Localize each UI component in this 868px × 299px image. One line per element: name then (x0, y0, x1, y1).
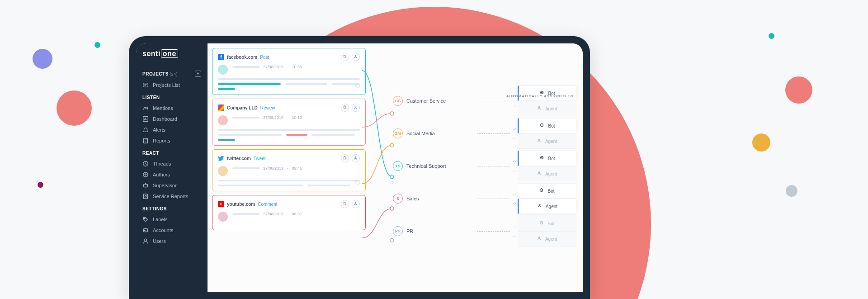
assign-agent[interactable]: Agent (518, 133, 576, 149)
nav-service-reports[interactable]: Service Reports (136, 191, 208, 202)
card-date: 27/08/2019 (263, 166, 283, 171)
source-type: Tweet (254, 156, 266, 161)
nav-threads[interactable]: Threads (136, 158, 208, 169)
nav-label: Accounts (153, 228, 173, 233)
nav-label: Service Reports (153, 194, 188, 199)
section-head-projects: PROJECTS(24)+ (136, 66, 208, 80)
svg-point-32 (539, 204, 540, 206)
svg-point-12 (144, 230, 145, 231)
department[interactable]: CS Customer Service (393, 96, 474, 106)
tag-icon[interactable] (355, 83, 361, 91)
message-preview (218, 78, 360, 90)
assign-agent[interactable]: Agent (518, 231, 576, 247)
department[interactable]: PR PR (393, 226, 474, 236)
nav-projects-list[interactable]: Projects List (136, 80, 208, 90)
dept-badge: SM (393, 128, 403, 138)
assign-bot[interactable]: Bot (518, 183, 576, 199)
department[interactable]: SM Social Media (393, 128, 474, 138)
assign-agent[interactable]: Agent (518, 199, 576, 214)
card-time: 08:37 (292, 212, 302, 216)
archive-button[interactable] (341, 53, 349, 61)
svg-point-15 (356, 85, 357, 85)
message-card-3[interactable]: youtube.com Comment 27/08/2019·08:37 (212, 195, 366, 230)
nav-label: Alerts (153, 127, 165, 133)
source-name: facebook.com (227, 55, 257, 60)
dept-badge: S (393, 194, 403, 204)
section-head-settings: SETTINGS (136, 202, 208, 214)
assign-agent[interactable]: Agent (518, 101, 576, 116)
nav-reports[interactable]: Reports (136, 135, 208, 146)
assign-bot[interactable]: Bot (518, 85, 576, 101)
nav-accounts[interactable]: Accounts (136, 225, 208, 236)
svg-point-7 (145, 184, 146, 185)
card-time: 10:59 (292, 65, 302, 69)
assign-bot[interactable]: Bot (518, 118, 576, 133)
nav-label: Supervisor (153, 183, 177, 188)
app-screen: sentione PROJECTS(24)+Projects ListLISTE… (136, 43, 583, 292)
nav-mentions[interactable]: Mentions (136, 103, 208, 114)
assign-user-button[interactable] (352, 154, 360, 162)
card-date: 27/08/2019 (263, 212, 283, 216)
svg-point-28 (538, 139, 540, 141)
archive-button[interactable] (341, 104, 349, 112)
author-avatar (218, 166, 228, 176)
message-card-0[interactable]: f facebook.com Post 27/08/2019·10:59 (212, 48, 366, 95)
route-arrows: -›-› (513, 126, 516, 141)
message-card-1[interactable]: Company LLD Review 27/08/2019·10:13 (212, 99, 366, 146)
nav-dashboard[interactable]: Dashboard (136, 114, 208, 124)
dept-name: Social Media (406, 131, 435, 136)
route-row-3: S Sales -›-› Bot Agent (393, 191, 576, 206)
nav-labels[interactable]: Labels (136, 214, 208, 225)
message-preview (218, 129, 360, 141)
device-frame: sentione PROJECTS(24)+Projects ListLISTE… (129, 36, 590, 299)
department[interactable]: TS Technical Support (393, 161, 474, 171)
routing-area: AUTOMATICALLY ASSIGNED TO CS Customer Se… (366, 48, 576, 292)
assign-user-button[interactable] (352, 104, 360, 112)
nav-authors[interactable]: Authors (136, 169, 208, 180)
add-project-button[interactable]: + (195, 71, 201, 77)
nav-alerts[interactable]: Alerts (136, 124, 208, 135)
card-time: 09:45 (292, 166, 302, 171)
svg-rect-8 (144, 194, 148, 199)
card-date: 27/08/2019 (263, 65, 283, 69)
route-row-2: TS Technical Support -›-› Bot Agent (393, 158, 576, 174)
svg-point-17 (355, 157, 356, 158)
svg-point-9 (145, 195, 146, 197)
assigned-to-label: AUTOMATICALLY ASSIGNED TO (506, 94, 574, 98)
nav-label: Threads (153, 161, 171, 166)
svg-point-16 (355, 106, 356, 107)
source-name: twitter.com (227, 156, 251, 161)
connector-line (477, 199, 510, 199)
assign-bot[interactable]: Bot (518, 151, 576, 166)
card-time: 10:13 (292, 115, 302, 120)
assign-bot[interactable]: Bot (518, 216, 576, 231)
svg-point-14 (355, 55, 356, 57)
dept-badge: CS (393, 96, 403, 106)
message-card-2[interactable]: twitter.com Tweet 27/08/2019·09:45 (212, 149, 366, 191)
archive-button[interactable] (341, 200, 349, 208)
svg-point-26 (538, 107, 540, 108)
archive-button[interactable] (341, 154, 349, 162)
source-name: Company LLD (227, 105, 258, 110)
nav-label: Reports (153, 138, 170, 143)
dept-badge: TS (393, 161, 403, 171)
source-type: Review (260, 105, 275, 110)
source-type: Post (260, 55, 269, 60)
tag-icon[interactable] (355, 179, 361, 187)
svg-rect-6 (144, 184, 148, 187)
assign-agent[interactable]: Agent (518, 166, 576, 181)
department[interactable]: S Sales (393, 194, 474, 204)
nav-supervisor[interactable]: Supervisor (136, 180, 208, 191)
assign-user-button[interactable] (352, 53, 360, 61)
author-avatar (218, 65, 228, 75)
nav-users[interactable]: Users (136, 236, 208, 247)
connector-line (477, 166, 510, 166)
connector-line (477, 231, 510, 232)
nav-label: Dashboard (153, 116, 177, 122)
logo: sentione (136, 50, 208, 66)
svg-point-19 (355, 202, 356, 204)
svg-point-1 (145, 107, 146, 109)
assign-user-button[interactable] (352, 200, 360, 208)
connector-line (477, 133, 510, 134)
svg-rect-0 (143, 83, 148, 87)
